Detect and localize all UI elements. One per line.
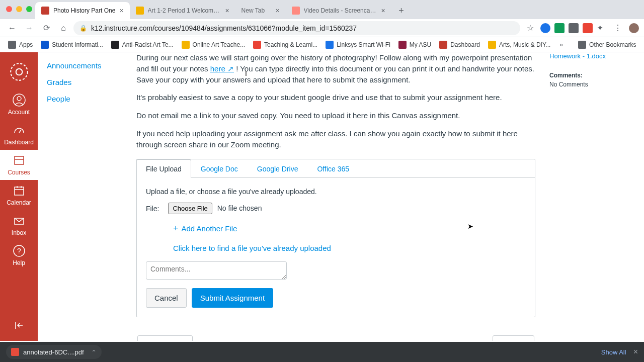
bookmark-label: Other Bookmarks (589, 41, 636, 48)
bookmark-item[interactable]: Arts, Music & DIY... (485, 39, 553, 51)
tab-office-365[interactable]: Office 365 (307, 159, 359, 178)
extension-icon[interactable] (583, 23, 593, 33)
extension-icon[interactable] (569, 23, 579, 33)
close-window-button[interactable] (6, 6, 12, 12)
nav-label: Account (8, 109, 30, 116)
download-item[interactable]: annotated-6DC....pdf ⌄ (6, 345, 102, 359)
tab-favicon (292, 7, 300, 15)
address-bar: ← → ⟳ ⌂ 🔒 k12.instructure.com/courses/10… (0, 19, 644, 37)
bookmark-favicon (111, 41, 119, 49)
canvas-global-nav: Account Dashboard Courses Calendar Inbox… (0, 52, 38, 341)
course-nav-people[interactable]: People (47, 90, 119, 107)
attachment-link[interactable]: Homework - 1.docx (549, 52, 638, 60)
svg-text:?: ? (17, 247, 21, 255)
close-tab-icon[interactable]: × (381, 7, 385, 15)
other-bookmarks-button[interactable]: Other Bookmarks (575, 39, 639, 51)
comments-value: No Comments (549, 81, 638, 88)
collapse-icon (13, 319, 26, 332)
course-navigation: Announcements Grades People (38, 52, 128, 341)
add-another-file-link[interactable]: + Add Another File (173, 223, 526, 234)
bookmark-label: Online Art Teache... (193, 41, 246, 48)
browser-tab[interactable]: Photo History Part One × (35, 2, 130, 19)
home-button[interactable]: ⌂ (56, 21, 70, 35)
reload-button[interactable]: ⟳ (39, 21, 53, 35)
nav-inbox[interactable]: Inbox (0, 210, 38, 240)
comments-input[interactable] (146, 261, 287, 280)
nav-account[interactable]: Account (0, 89, 38, 120)
svg-rect-7 (15, 187, 24, 195)
extension-icon[interactable] (540, 23, 550, 33)
assignment-description: During our next class we will start goin… (136, 52, 535, 85)
comments-label: Comments: (549, 72, 638, 79)
star-icon[interactable]: ☆ (523, 21, 537, 35)
external-link-icon: ↗ (227, 64, 234, 73)
notes-link[interactable]: here ↗ (210, 64, 234, 73)
choose-file-button[interactable]: Choose File (168, 203, 212, 214)
tab-title: Photo History Part One (53, 7, 115, 14)
bookmarks-overflow-icon[interactable]: » (557, 41, 565, 48)
chevron-up-icon[interactable]: ⌄ (91, 348, 97, 356)
nav-help[interactable]: ? Help (0, 240, 38, 270)
find-uploaded-file-link[interactable]: Click here to find a file you've already… (173, 244, 526, 252)
courses-icon (13, 154, 26, 167)
minimize-window-button[interactable] (16, 6, 22, 12)
bookmark-favicon (488, 41, 496, 49)
browser-tab[interactable]: New Tab × (235, 2, 286, 19)
maximize-window-button[interactable] (26, 6, 32, 12)
canvas-logo[interactable] (9, 61, 30, 82)
close-tab-icon[interactable]: × (275, 7, 279, 15)
tab-title: New Tab (242, 7, 272, 14)
collapse-nav-button[interactable] (0, 319, 38, 332)
bookmark-item[interactable]: Dashboard (436, 39, 483, 51)
tab-google-drive[interactable]: Google Drive (248, 159, 308, 178)
course-nav-announcements[interactable]: Announcements (47, 57, 119, 74)
new-tab-button[interactable]: + (394, 4, 409, 18)
forward-button[interactable]: → (22, 21, 36, 35)
tab-file-upload[interactable]: File Upload (136, 159, 191, 178)
menu-icon[interactable]: ⋮ (611, 21, 625, 35)
submit-assignment-button[interactable]: Submit Assignment (192, 288, 273, 308)
browser-tab[interactable]: Video Details - Screencastify × (286, 2, 391, 19)
bookmark-item[interactable]: Linksys Smart Wi-Fi (323, 39, 393, 51)
profile-avatar[interactable] (629, 23, 639, 33)
plus-icon: + (173, 223, 179, 234)
assignment-description: Do not email me a link to your saved cop… (136, 110, 535, 121)
course-nav-grades[interactable]: Grades (47, 74, 119, 90)
bookmark-item[interactable]: Student Informati... (38, 39, 106, 51)
svg-point-1 (16, 69, 22, 75)
tab-title: Art 1-2 Period 1 Welcome Slid (148, 7, 221, 14)
help-icon: ? (13, 244, 26, 257)
bookmark-item[interactable]: Anti-Racist Art Te... (108, 39, 177, 51)
extension-icon[interactable] (554, 23, 565, 33)
lock-icon: 🔒 (79, 25, 87, 32)
bookmark-label: Apps (19, 41, 33, 48)
puzzle-icon[interactable]: ✦ (597, 23, 607, 33)
apps-button[interactable]: Apps (5, 39, 36, 51)
bookmark-label: My ASU (410, 41, 431, 48)
nav-calendar[interactable]: Calendar (0, 180, 38, 210)
svg-point-3 (17, 97, 21, 101)
nav-label: Courses (8, 169, 30, 176)
back-button[interactable]: ← (5, 21, 19, 35)
bookmark-item[interactable]: Teaching & Learni... (250, 39, 320, 51)
cancel-button[interactable]: Cancel (146, 288, 187, 308)
bookmark-label: Anti-Racist Art Te... (122, 41, 174, 48)
assignment-description: If you need help uploading your assignme… (136, 128, 535, 150)
close-tab-icon[interactable]: × (119, 7, 123, 15)
url-input[interactable]: 🔒 k12.instructure.com/courses/109484/ass… (73, 21, 520, 35)
tab-google-doc[interactable]: Google Doc (191, 159, 248, 178)
nav-dashboard[interactable]: Dashboard (0, 120, 38, 150)
show-all-downloads-link[interactable]: Show All (601, 348, 626, 356)
assignment-description: It's probably easiest to save a copy to … (136, 92, 535, 103)
browser-tab[interactable]: Art 1-2 Period 1 Welcome Slid × (130, 2, 235, 19)
next-button[interactable]: Next▶ (493, 335, 534, 341)
bookmark-label: Arts, Music & DIY... (499, 41, 550, 48)
account-icon (13, 94, 26, 107)
close-download-shelf-icon[interactable]: × (633, 347, 638, 356)
close-tab-icon[interactable]: × (225, 7, 229, 15)
nav-courses[interactable]: Courses (0, 150, 38, 180)
upload-body: Upload a file, or choose a file you've a… (137, 178, 535, 317)
bookmark-item[interactable]: Online Art Teache... (179, 39, 249, 51)
bookmark-item[interactable]: My ASU (395, 39, 434, 51)
previous-button[interactable]: ◀Previous (137, 335, 193, 341)
